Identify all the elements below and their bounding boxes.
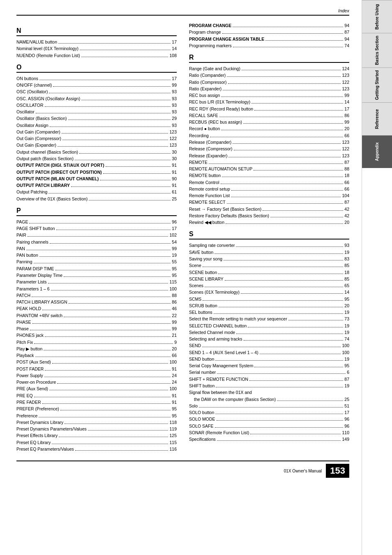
entry-dots (34, 397, 171, 397)
entry-dots (214, 313, 343, 314)
entry-name: PARAM DISP TIME (16, 265, 54, 272)
entry-page: 61 (172, 189, 177, 195)
entry-name: Record ● button (189, 125, 220, 132)
entry-dots (45, 106, 171, 107)
entry-page: 100 (169, 286, 177, 292)
list-item: Playback66 (16, 352, 177, 359)
entry-name: REMOTE SELECT (189, 199, 226, 205)
list-item: REC RDY (Record Ready) button17 (189, 106, 349, 112)
list-item: Remote Control66 (189, 179, 349, 186)
entry-page: 96 (344, 416, 349, 422)
sidebar-tab-reference[interactable]: Reference (362, 102, 392, 135)
entry-page: 123 (169, 142, 177, 148)
entry-name: Playback (16, 352, 34, 359)
entry-page: 93 (172, 102, 177, 108)
entry-page: 14 (344, 289, 349, 295)
list-item: Saving your song83 (189, 256, 349, 262)
entry-name: OSC. ASSIGN (Oscillator Assign) (16, 95, 80, 102)
entry-name: Preset Effects Library (16, 432, 58, 439)
entry-dots (44, 377, 171, 377)
entry-name: OSCILLATOR (16, 102, 44, 108)
entry-name: Output patch (Basics Section) (16, 155, 74, 162)
sidebar-tab-getting-started[interactable]: Getting Started (362, 67, 392, 102)
entry-dots (44, 350, 171, 350)
list-item: PHASE99 (16, 319, 177, 325)
list-item: SEND 1 – 4 (AUX Send Level 1 – 4)100 (189, 349, 349, 356)
entry-dots (49, 390, 168, 390)
entry-name: Output channel (Basics Section) (16, 149, 78, 155)
entry-dots (30, 330, 171, 330)
list-item: Oscillator Assign93 (16, 122, 177, 129)
entry-dots (254, 170, 343, 170)
sidebar-tab-basics-section[interactable]: Basics Section (362, 33, 392, 67)
list-item: PARAM DISP TIME95 (16, 265, 177, 272)
entry-dots (49, 93, 171, 93)
entry-page: 93 (172, 95, 177, 102)
entry-page: 94 (344, 22, 349, 29)
entry-name: Pairing channels (16, 239, 48, 245)
entry-dots (254, 110, 343, 111)
entry-page: 9 (174, 339, 177, 345)
footer-manual-text: 01X Owner's Manual (284, 469, 322, 473)
entry-dots (234, 150, 341, 150)
entry-name: Preference (16, 412, 37, 419)
entry-name: Oscillator (16, 108, 35, 115)
sidebar-tab-before-using[interactable]: Before Using (362, 0, 392, 33)
entry-dots (202, 347, 341, 347)
list-item: SCENE button18 (189, 269, 349, 276)
list-item: Oscillator (Basics Section)29 (16, 115, 177, 122)
list-item: REMOTE SELECT87 (189, 199, 349, 205)
list-item: Ratio (Expander)123 (189, 85, 349, 92)
entry-page: 93 (344, 242, 349, 249)
entry-page: 122 (169, 135, 177, 142)
entry-page: 91 (172, 366, 177, 372)
entry-dots (203, 267, 344, 267)
two-col-layout: NNAME/VALUE button17Nominal level (01X T… (16, 22, 349, 452)
list-item: Output patch (Basics Section)30 (16, 155, 177, 162)
entry-dots (103, 173, 171, 174)
entry-name: Selected Channel mode (189, 329, 235, 336)
entry-page: 74 (344, 336, 349, 342)
entry-dots (58, 43, 171, 44)
entry-page: 95 (172, 412, 177, 419)
entry-dots (226, 223, 343, 224)
entry-dots (217, 440, 341, 441)
entry-dots (199, 407, 343, 408)
list-item: Preference95 (16, 412, 177, 419)
entry-dots (56, 230, 171, 230)
entry-dots (225, 280, 343, 281)
list-item: PROGRAM CHANGE94 (189, 22, 349, 29)
entry-page: 87 (344, 29, 349, 35)
list-item: Serial number6 (189, 369, 349, 375)
entry-dots (48, 193, 171, 193)
entry-page: 100 (169, 385, 177, 392)
entry-page: 25 (344, 396, 349, 403)
entry-page: 115 (169, 279, 177, 285)
entry-dots (48, 283, 168, 283)
entry-dots (52, 363, 168, 364)
sidebar-tab-appendix[interactable]: Appendix (362, 135, 392, 168)
entry-dots (216, 387, 343, 387)
entry-dots (106, 166, 171, 167)
entry-page: 24 (172, 379, 177, 385)
entry-name: Nominal level (01X Terminology) (16, 45, 78, 52)
entry-page: 86 (344, 112, 349, 119)
entry-dots (53, 86, 171, 87)
page-number: 153 (326, 464, 349, 478)
entry-page: 108 (169, 52, 177, 59)
entry-page: 30 (172, 155, 177, 162)
entry-name: PAN (16, 245, 25, 252)
list-item: Serial Copy Management System95 (189, 362, 349, 369)
list-item: POST FADER91 (16, 366, 177, 372)
entry-page: 17 (172, 75, 177, 82)
list-item: PEAK HOLD46 (16, 305, 177, 312)
entry-name: Oscillator Assign (16, 122, 48, 129)
entry-page: 124 (342, 65, 349, 72)
entry-name: ON/OFF (channel) (16, 82, 52, 88)
entry-dots (244, 340, 344, 341)
entry-page: 95 (172, 265, 177, 272)
entry-dots (34, 343, 173, 344)
entry-dots (57, 383, 171, 384)
list-item: PRE FADER91 (16, 399, 177, 405)
entry-name: POST FADER (16, 366, 44, 372)
